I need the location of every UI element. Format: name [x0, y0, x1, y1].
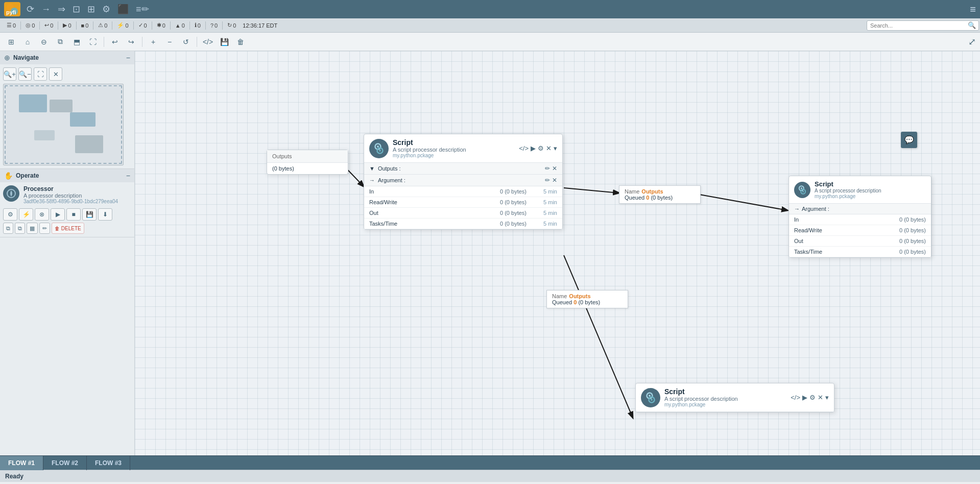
top-bar: pyfi ⟳ → ⇒ ⊡ ⊞ ⚙ ⬛ ≡✏ ≡: [0, 0, 980, 18]
flow-card-1[interactable]: Script A script processor description my…: [364, 134, 563, 230]
operate-section: ✋ Operate − Processor A processor descri…: [0, 169, 134, 237]
svg-point-14: [801, 187, 802, 189]
tb-refresh-btn[interactable]: ↺: [179, 35, 193, 49]
right-card[interactable]: Script A script processor description my…: [788, 176, 931, 258]
op-disable-btn[interactable]: ⊗: [35, 208, 49, 221]
tb-paste-btn[interactable]: ⬒: [69, 35, 84, 49]
row-rw-time: 5 min: [537, 199, 557, 205]
qbox2-queued-row: Queued 0 (0 bytes): [552, 299, 623, 305]
op-stop-btn[interactable]: ■: [66, 208, 81, 221]
status-stop[interactable]: ■ 0: [79, 22, 91, 29]
top-icon-settings[interactable]: ⚙: [102, 4, 110, 15]
op-paste-btn[interactable]: ⧉: [15, 223, 25, 234]
top-icon-group[interactable]: ⊞: [87, 4, 95, 15]
flow-tab-1[interactable]: FLOW #1: [0, 456, 43, 470]
tb-code-btn[interactable]: </>: [201, 35, 215, 49]
tb-home-btn[interactable]: ⌂: [20, 35, 35, 49]
question-count: 0: [214, 22, 218, 29]
status-asterisk[interactable]: ✱ 0: [154, 22, 168, 29]
rc-arg-label: Argument :: [802, 206, 829, 212]
top-icon-import[interactable]: →: [41, 4, 51, 15]
top-icon-history[interactable]: ⟳: [27, 4, 34, 15]
status-undo[interactable]: ↩ 0: [42, 22, 56, 29]
op-save-btn[interactable]: 💾: [82, 208, 97, 221]
op-lightning-btn[interactable]: ⚡: [19, 208, 33, 221]
tb-remove-btn[interactable]: ⊖: [37, 35, 51, 49]
flow-tab-2[interactable]: FLOW #2: [43, 456, 87, 470]
tb-sep2: [142, 37, 142, 47]
navigate-header[interactable]: ⊕ Navigate −: [0, 51, 134, 64]
status-warning[interactable]: ⚠ 0: [95, 22, 110, 29]
status-check[interactable]: ✓ 0: [136, 22, 150, 29]
search-input[interactable]: [867, 20, 979, 31]
sep10: [189, 21, 190, 30]
op-start-btn[interactable]: ▶: [51, 208, 65, 221]
hamburger-menu[interactable]: ≡: [970, 4, 976, 15]
op-download-btn[interactable]: ⬇: [98, 208, 112, 221]
top-icon-block[interactable]: ⬛: [117, 4, 129, 15]
operate-header[interactable]: ✋ Operate −: [0, 169, 134, 182]
status-refresh[interactable]: ↻ 0: [225, 22, 238, 29]
tb-delete-btn[interactable]: 🗑: [233, 35, 248, 49]
op-edit-btn[interactable]: ✏: [39, 223, 50, 234]
argument-edit-btn[interactable]: ✏: [545, 177, 550, 184]
status-up[interactable]: ▲ 0: [173, 22, 187, 29]
row-rw-name: Read/Write: [369, 199, 500, 205]
nav-close-btn[interactable]: ✕: [49, 67, 62, 81]
status-lightning[interactable]: ⚡ 0: [114, 22, 131, 29]
toolbar-expand-icon[interactable]: ⤢: [968, 36, 976, 47]
outputs-close-btn[interactable]: ✕: [552, 165, 557, 172]
tb-add-btn[interactable]: +: [146, 35, 160, 49]
op-delete-btn[interactable]: 🗑 DELETE: [52, 223, 84, 234]
fc1-code-btn[interactable]: </>: [519, 144, 529, 152]
status-list[interactable]: ☰ 0: [4, 22, 18, 29]
argument-close-btn[interactable]: ✕: [552, 177, 557, 184]
operate-toolbar1: ⚙ ⚡ ⊗ ▶ ■ 💾 ⬇: [3, 208, 131, 221]
qbox1-name-label: Name: [625, 188, 639, 195]
info-count: 0: [198, 22, 201, 29]
tb-fit-btn[interactable]: ⛶: [86, 35, 100, 49]
argument-label: Argument :: [378, 177, 405, 183]
qbox2-name-label: Name: [552, 293, 567, 299]
op-group-btn[interactable]: ▦: [27, 223, 38, 234]
tb-save-btn[interactable]: 💾: [217, 35, 231, 49]
right-card-title: Script: [815, 180, 881, 188]
outputs-label: Outputs :: [378, 165, 401, 172]
float-chat-btn[interactable]: 💬: [901, 132, 917, 148]
status-target[interactable]: ◎ 0: [23, 22, 37, 29]
tb-minus-btn[interactable]: −: [162, 35, 177, 49]
flow-tab-3[interactable]: FLOW #3: [87, 456, 130, 470]
tb-undo-btn[interactable]: ↩: [108, 35, 122, 49]
flow-card-3[interactable]: Script A script processor description my…: [635, 383, 834, 413]
fc3-close-btn[interactable]: ✕: [818, 394, 823, 401]
outputs-edit-btn[interactable]: ✏: [545, 165, 550, 172]
top-icon-edit[interactable]: ≡✏: [136, 4, 149, 15]
navigate-collapse-btn[interactable]: −: [126, 54, 130, 62]
fc3-code-btn[interactable]: </>: [791, 394, 800, 401]
operate-collapse-btn[interactable]: −: [126, 172, 130, 180]
nav-zoom-out-btn[interactable]: 🔍−: [18, 67, 32, 81]
fc3-expand-btn[interactable]: ▾: [825, 394, 829, 401]
tb-select-btn[interactable]: ⊞: [4, 35, 18, 49]
status-play[interactable]: ▶ 0: [60, 22, 74, 29]
nav-fit-btn[interactable]: ⛶: [34, 67, 47, 81]
tb-redo-btn[interactable]: ↪: [124, 35, 138, 49]
fc1-play-btn[interactable]: ▶: [531, 144, 536, 152]
fc3-play-btn[interactable]: ▶: [802, 394, 807, 401]
status-info[interactable]: ℹ 0: [192, 22, 203, 29]
search-icon[interactable]: 🔍: [968, 21, 976, 29]
fc1-close-btn[interactable]: ✕: [546, 144, 552, 152]
tb-copy-btn[interactable]: ⧉: [53, 35, 67, 49]
flow-card-1-row-rw: Read/Write 0 (0 bytes) 5 min: [364, 197, 562, 208]
top-icon-export[interactable]: ⇒: [58, 4, 65, 15]
fc3-settings-btn[interactable]: ⚙: [809, 394, 816, 401]
top-icon-template[interactable]: ⊡: [73, 4, 80, 15]
fc1-expand-btn[interactable]: ▾: [554, 144, 557, 152]
op-settings-btn[interactable]: ⚙: [3, 208, 17, 221]
op-copy-btn[interactable]: ⧉: [3, 223, 13, 234]
fc1-settings-btn[interactable]: ⚙: [538, 144, 544, 152]
outputs-section-edit: ✏ ✕: [545, 165, 557, 172]
status-question[interactable]: ? 0: [208, 22, 220, 29]
canvas[interactable]: Outputs (0 bytes) Script A: [135, 51, 980, 455]
nav-zoom-in-btn[interactable]: 🔍+: [3, 67, 16, 81]
